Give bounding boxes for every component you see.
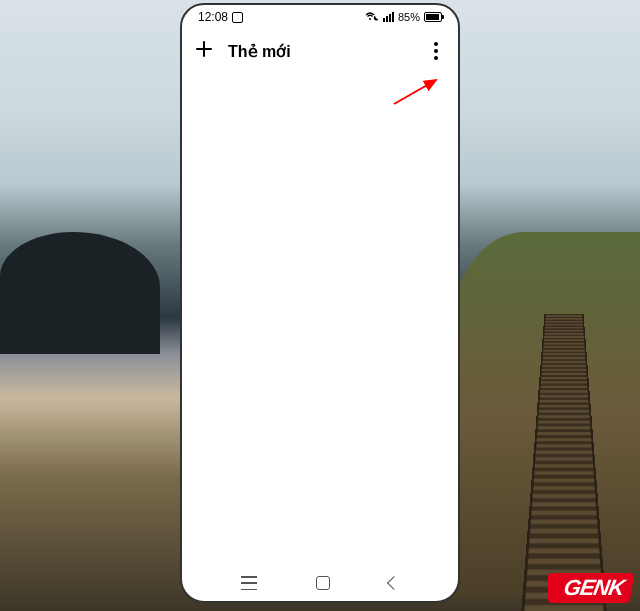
watermark-text: GENK [550,573,635,603]
wallpaper-boardwalk [448,257,627,563]
system-nav-bar [182,565,458,601]
back-button[interactable] [387,576,401,590]
status-bar: 12:08 85% [182,5,458,29]
recent-apps-button[interactable] [241,576,257,590]
wifi-calling-icon [365,11,379,24]
clock-text: 12:08 [198,10,228,24]
alarm-icon [232,12,243,23]
page-title: Thẻ mới [228,42,412,61]
svg-point-0 [369,18,371,20]
add-tab-button[interactable] [194,39,214,63]
app-toolbar: Thẻ mới [182,29,458,73]
more-options-button[interactable] [426,34,446,68]
signal-icon [383,12,394,22]
watermark-logo: GENK [552,573,632,603]
annotation-arrow [390,74,444,112]
home-button[interactable] [316,576,330,590]
battery-icon [424,12,442,22]
browser-content-area [182,73,458,565]
battery-text: 85% [398,11,420,23]
svg-line-1 [394,80,436,104]
status-left: 12:08 [198,10,243,24]
status-right: 85% [365,11,442,24]
